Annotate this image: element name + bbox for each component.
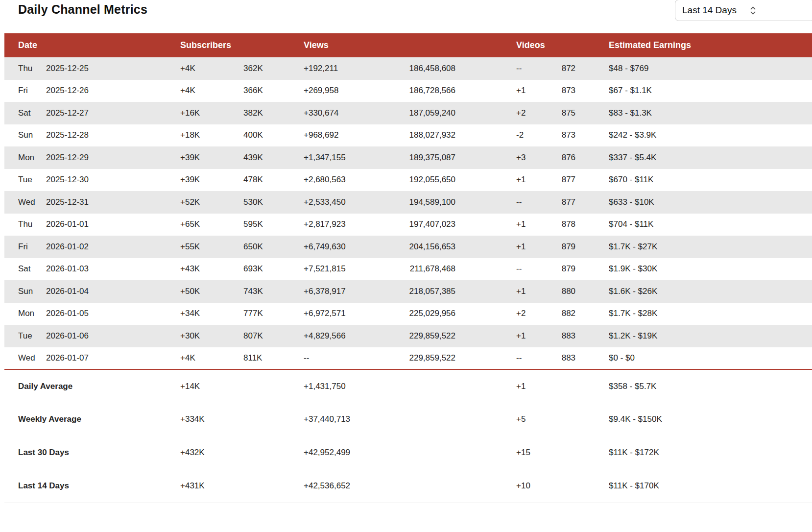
subscribers-delta-cell: +30K [180,325,243,347]
metrics-row: Tue2025-12-30+39K478K+2,680,563192,055,6… [4,169,812,192]
spacer-cell [549,469,575,503]
metrics-row: Tue2026-01-06+30K807K+4,829,566229,859,5… [4,325,812,347]
subscribers-total-cell: 362K [243,57,304,80]
earnings-cell: $67 - $1.1K [575,80,812,102]
videos-total-cell: 883 [549,347,575,370]
column-header-views: Views [304,33,455,57]
videos-total-cell: 882 [549,303,575,325]
videos-delta-cell: -- [455,258,549,281]
views-total-cell: 187,059,240 [377,102,455,124]
subscribers-delta-cell: +39K [180,146,243,169]
column-header-subscribers: Subscribers [180,33,304,57]
day-cell: Fri [4,80,46,102]
earnings-cell: $670 - $11K [575,169,812,192]
summary-videos-delta-cell: +10 [455,469,549,503]
column-header-date: Date [4,33,180,57]
date-cell: 2025-12-27 [46,102,180,124]
views-delta-cell: +269,958 [304,80,377,102]
summary-views-delta-cell: +42,536,652 [304,469,377,503]
summary-views-delta-cell: +1,431,750 [304,369,377,403]
views-delta-cell: +2,680,563 [304,169,377,192]
views-total-cell: 186,458,608 [377,57,455,80]
summary-table-body: Daily Average+14K+1,431,750+1$358 - $5.7… [4,369,812,503]
spacer-cell [377,436,455,469]
subscribers-total-cell: 400K [243,124,304,147]
summary-label-cell: Last 14 Days [4,469,180,503]
videos-total-cell: 873 [549,80,575,102]
date-cell: 2025-12-31 [46,191,180,214]
summary-views-delta-cell: +37,440,713 [304,403,377,436]
views-total-cell: 229,859,522 [377,347,455,370]
summary-earnings-cell: $358 - $5.7K [575,369,812,403]
date-cell: 2026-01-05 [46,303,180,325]
videos-delta-cell: +1 [455,280,549,303]
views-delta-cell: +330,674 [304,102,377,124]
views-total-cell: 189,375,087 [377,146,455,169]
summary-row: Weekly Average+334K+37,440,713+5$9.4K - … [4,403,812,436]
views-delta-cell: +7,521,815 [304,258,377,281]
videos-total-cell: 872 [549,57,575,80]
videos-delta-cell: +1 [455,80,549,102]
views-total-cell: 218,057,385 [377,280,455,303]
metrics-row: Wed2026-01-07+4K811K--229,859,522--883$0… [4,347,812,370]
subscribers-total-cell: 777K [243,303,304,325]
videos-delta-cell: +2 [455,303,549,325]
views-total-cell: 229,859,522 [377,325,455,347]
videos-delta-cell: +1 [455,169,549,192]
metrics-row: Fri2026-01-02+55K650K+6,749,630204,156,6… [4,236,812,258]
date-range-select[interactable]: Last 14 Days [675,0,812,21]
summary-row: Daily Average+14K+1,431,750+1$358 - $5.7… [4,369,812,403]
date-cell: 2025-12-30 [46,169,180,192]
subscribers-delta-cell: +65K [180,214,243,236]
videos-delta-cell: +3 [455,146,549,169]
metrics-row: Thu2025-12-25+4K362K+192,211186,458,608-… [4,57,812,80]
views-delta-cell: +2,817,923 [304,214,377,236]
date-cell: 2025-12-25 [46,57,180,80]
date-range-select-value: Last 14 Days [682,5,737,16]
summary-subscribers-delta-cell: +334K [180,403,243,436]
subscribers-delta-cell: +34K [180,303,243,325]
subscribers-total-cell: 743K [243,280,304,303]
earnings-cell: $0 - $0 [575,347,812,370]
subscribers-total-cell: 811K [243,347,304,370]
views-total-cell: 188,027,932 [377,124,455,147]
date-cell: 2025-12-28 [46,124,180,147]
subscribers-total-cell: 439K [243,146,304,169]
summary-label-cell: Last 30 Days [4,436,180,469]
videos-total-cell: 877 [549,169,575,192]
spacer-cell [243,369,304,403]
views-total-cell: 186,728,566 [377,80,455,102]
subscribers-total-cell: 595K [243,214,304,236]
videos-total-cell: 875 [549,102,575,124]
views-delta-cell: -- [304,347,377,370]
date-cell: 2026-01-04 [46,280,180,303]
date-cell: 2025-12-26 [46,80,180,102]
earnings-cell: $704 - $11K [575,214,812,236]
summary-views-delta-cell: +42,952,499 [304,436,377,469]
date-cell: 2026-01-07 [46,347,180,370]
summary-earnings-cell: $9.4K - $150K [575,403,812,436]
spacer-cell [243,403,304,436]
videos-total-cell: 880 [549,280,575,303]
spacer-cell [377,369,455,403]
videos-total-cell: 879 [549,258,575,281]
subscribers-total-cell: 807K [243,325,304,347]
views-delta-cell: +192,211 [304,57,377,80]
subscribers-total-cell: 366K [243,80,304,102]
spacer-cell [549,436,575,469]
videos-delta-cell: -- [455,191,549,214]
videos-total-cell: 878 [549,214,575,236]
summary-videos-delta-cell: +1 [455,369,549,403]
videos-total-cell: 877 [549,191,575,214]
day-cell: Tue [4,325,46,347]
day-cell: Sun [4,124,46,147]
videos-delta-cell: -- [455,57,549,80]
spacer-cell [549,369,575,403]
subscribers-delta-cell: +18K [180,124,243,147]
metrics-row: Fri2025-12-26+4K366K+269,958186,728,566+… [4,80,812,102]
table-header-row: Date Subscribers Views Videos Estimated … [4,33,812,57]
metrics-row: Sat2025-12-27+16K382K+330,674187,059,240… [4,102,812,124]
day-cell: Sun [4,280,46,303]
subscribers-delta-cell: +55K [180,236,243,258]
views-delta-cell: +2,533,450 [304,191,377,214]
